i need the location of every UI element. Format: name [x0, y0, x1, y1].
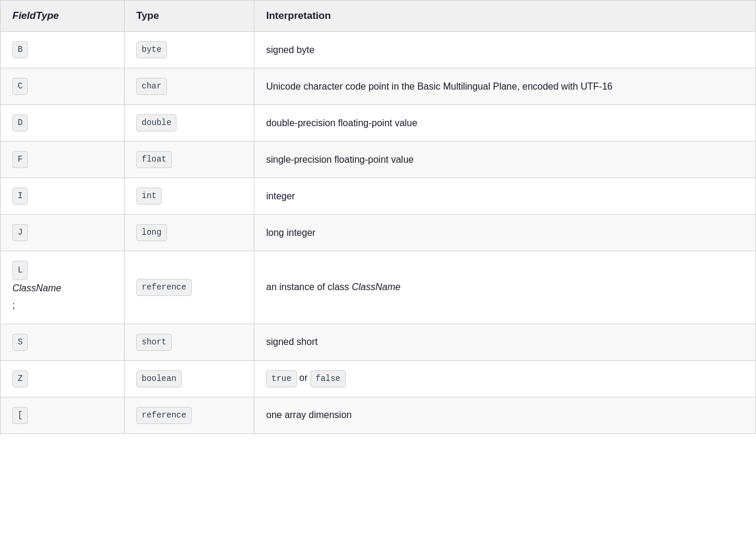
type-cell: int [125, 178, 254, 215]
interpretation-badge: true [266, 370, 297, 387]
field-type-cell: F [1, 142, 125, 178]
header-type: Type [125, 1, 254, 32]
interpretation-cell: double-precision floating-point value [254, 105, 756, 142]
table-wrapper: FieldType Type Interpretation Bbytesigne… [0, 0, 756, 559]
interpretation-text: integer [266, 191, 295, 201]
interpretation-text: Unicode character code point in the Basi… [266, 81, 613, 91]
field-type-cell: I [1, 178, 125, 215]
type-badge: long [136, 224, 167, 241]
interpretation-text: long integer [266, 228, 316, 238]
field-type-badge: C [12, 78, 28, 95]
field-type-badge: S [12, 334, 28, 351]
interpretation-cell: signed short [254, 324, 756, 360]
field-type-classname: ClassName [12, 283, 61, 293]
table-row: Ffloatsingle-precision floating-point va… [1, 142, 756, 178]
field-type-semicolon: ; [12, 300, 15, 310]
type-badge: double [136, 114, 176, 131]
field-type-cell: C [1, 68, 125, 105]
field-type-badge: J [12, 224, 28, 241]
table-row: [referenceone array dimension [1, 397, 756, 433]
table-row: Sshortsigned short [1, 324, 756, 360]
header-interpretation: Interpretation [254, 1, 756, 32]
table-row: Ddoubledouble-precision floating-point v… [1, 105, 756, 142]
interpretation-cell: signed byte [254, 32, 756, 68]
type-badge: int [136, 188, 162, 205]
interpretation-badge: false [310, 370, 346, 387]
interpretation-text: signed short [266, 337, 318, 347]
type-cell: long [125, 215, 254, 251]
field-type-badge: Z [12, 370, 28, 387]
header-fieldtype: FieldType [1, 1, 125, 32]
type-badge: char [136, 78, 167, 95]
field-type-badge: F [12, 151, 28, 168]
type-badge: reference [136, 407, 192, 424]
interpretation-text: single-precision floating-point value [266, 154, 414, 165]
table-row: Jlonglong integer [1, 215, 756, 251]
field-type-badge: I [12, 188, 28, 205]
interpretation-cell: true or false [254, 360, 756, 397]
field-type-cell: B [1, 32, 125, 68]
interpretation-cell: single-precision floating-point value [254, 142, 756, 178]
type-cell: char [125, 68, 254, 105]
table-row: Iintinteger [1, 178, 756, 215]
type-cell: reference [125, 251, 254, 324]
field-type-cell: Z [1, 360, 125, 397]
interpretation-cell: integer [254, 178, 756, 215]
table-row: Zbooleantrue or false [1, 360, 756, 397]
interpretation-text: one array dimension [266, 410, 352, 420]
interpretation-cell: long integer [254, 215, 756, 251]
field-type-cell: S [1, 324, 125, 360]
table-row: CcharUnicode character code point in the… [1, 68, 756, 105]
field-type-table: FieldType Type Interpretation Bbytesigne… [0, 0, 756, 434]
field-type-cell: LClassName; [1, 251, 125, 324]
interpretation-italic: ClassName [352, 282, 401, 292]
table-header-row: FieldType Type Interpretation [1, 1, 756, 32]
type-cell: short [125, 324, 254, 360]
interpretation-text: signed byte [266, 45, 315, 55]
field-type-cell: D [1, 105, 125, 142]
interpretation-cell: an instance of class ClassName [254, 251, 756, 324]
interpretation-text: an instance of class [266, 282, 352, 292]
type-badge: float [136, 151, 172, 168]
field-type-cell: J [1, 215, 125, 251]
type-badge: short [136, 334, 172, 351]
interpretation-cell: Unicode character code point in the Basi… [254, 68, 756, 105]
type-badge: byte [136, 41, 167, 58]
table-row: LClassName;referencean instance of class… [1, 251, 756, 324]
field-type-badge: D [12, 114, 28, 131]
type-cell: byte [125, 32, 254, 68]
field-type-badge: B [12, 41, 28, 58]
type-badge: reference [136, 279, 192, 296]
table-row: Bbytesigned byte [1, 32, 756, 68]
interpretation-text: or [297, 373, 310, 383]
type-cell: double [125, 105, 254, 142]
type-cell: reference [125, 397, 254, 433]
field-type-badge: L [12, 261, 28, 280]
type-badge: boolean [136, 370, 182, 387]
interpretation-text: double-precision floating-point value [266, 118, 417, 128]
type-cell: boolean [125, 360, 254, 397]
type-cell: float [125, 142, 254, 178]
interpretation-cell: one array dimension [254, 397, 756, 433]
field-type-cell: [ [1, 397, 125, 433]
field-type-badge: [ [12, 407, 28, 424]
